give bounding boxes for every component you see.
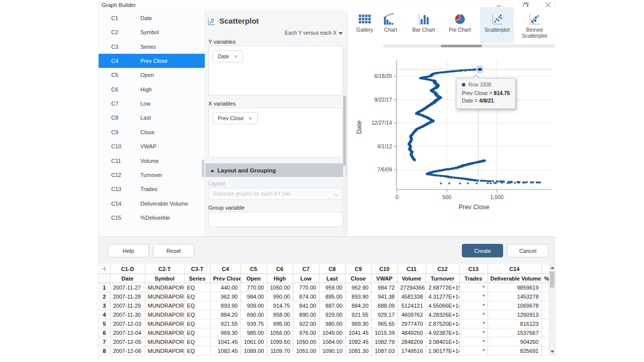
- cell[interactable]: 2007-11-28: [110, 292, 145, 301]
- cell[interactable]: 941.38: [371, 292, 397, 301]
- x-variables-box[interactable]: Prev Close✕: [208, 108, 343, 157]
- column-item-C8[interactable]: C8Last: [99, 111, 205, 125]
- cell[interactable]: 929.17: [371, 310, 397, 319]
- cell[interactable]: [541, 310, 549, 319]
- cell[interactable]: [541, 301, 549, 310]
- cell[interactable]: 3.08401E+14: [426, 337, 459, 346]
- y-variable-chip[interactable]: Date✕: [213, 50, 243, 62]
- cell[interactable]: 962.90: [345, 283, 371, 292]
- column-header-name[interactable]: Turnover: [426, 274, 459, 283]
- gallery-item-binned-scatterplot[interactable]: Binned Scatterplot: [517, 7, 551, 43]
- cell[interactable]: MUNDRAPORT: [145, 310, 184, 319]
- cell[interactable]: MUNDRAPORT: [145, 292, 184, 301]
- cell[interactable]: 1049.00: [319, 328, 345, 337]
- highlighted-point[interactable]: [476, 65, 484, 73]
- cell[interactable]: 893.90: [210, 301, 240, 310]
- column-header-name[interactable]: High: [267, 274, 293, 283]
- cell[interactable]: [541, 328, 549, 337]
- cell[interactable]: EQ: [184, 310, 210, 319]
- column-item-C13[interactable]: C13Trades: [99, 182, 205, 196]
- cell[interactable]: 874.00: [293, 292, 319, 301]
- cell[interactable]: 2007-11-29: [110, 301, 145, 310]
- cell[interactable]: 1051.00: [293, 346, 319, 355]
- cell[interactable]: 888.09: [371, 301, 397, 310]
- cell[interactable]: EQ: [184, 292, 210, 301]
- cell[interactable]: 1082.45: [345, 337, 371, 346]
- column-header-name[interactable]: %D: [541, 274, 549, 283]
- cell[interactable]: 884.20: [345, 301, 371, 310]
- column-item-C10[interactable]: C10VWAP: [99, 139, 205, 153]
- cell[interactable]: 2.87520E+14: [426, 319, 459, 328]
- cell[interactable]: 1069678: [488, 301, 541, 310]
- cell[interactable]: 1050.00: [293, 337, 319, 346]
- cell[interactable]: 976.00: [293, 328, 319, 337]
- reset-button[interactable]: Reset: [153, 244, 194, 257]
- column-header-id[interactable]: C6: [267, 264, 293, 274]
- worksheet-corner[interactable]: [99, 264, 110, 274]
- column-header-name[interactable]: Symbol: [145, 274, 184, 283]
- cell[interactable]: MUNDRAPORT: [145, 319, 184, 328]
- column-item-C9[interactable]: C9Close: [99, 125, 205, 139]
- cell[interactable]: 1041.45: [345, 328, 371, 337]
- cell[interactable]: [541, 283, 549, 292]
- cell[interactable]: [541, 337, 549, 346]
- cell[interactable]: *: [459, 301, 488, 310]
- column-header-id[interactable]: C13: [459, 264, 488, 274]
- column-header-name[interactable]: Low: [293, 274, 319, 283]
- cell[interactable]: 841.00: [293, 301, 319, 310]
- cell[interactable]: *: [459, 337, 488, 346]
- column-item-C12[interactable]: C12Turnover: [99, 168, 205, 182]
- column-header-id[interactable]: C14: [488, 264, 541, 274]
- cell[interactable]: MUNDRAPORT: [145, 328, 184, 337]
- column-item-C14[interactable]: C14Deliverable Volume: [99, 197, 205, 211]
- row-number[interactable]: 3: [99, 301, 110, 310]
- cell[interactable]: 1081.30: [345, 346, 371, 355]
- cell[interactable]: 1.90177E+14: [426, 346, 459, 355]
- cell[interactable]: 1109.70: [267, 346, 293, 355]
- cell[interactable]: EQ: [184, 283, 210, 292]
- cell[interactable]: 893.90: [345, 292, 371, 301]
- cell[interactable]: EQ: [184, 346, 210, 355]
- cell[interactable]: 4.92387E+14: [426, 328, 459, 337]
- column-item-C15[interactable]: C15%Deliverble: [99, 211, 205, 225]
- cell[interactable]: 2.68772E+15: [426, 283, 459, 292]
- cell[interactable]: 4.55066E+14: [426, 301, 459, 310]
- cell[interactable]: 1041.45: [210, 337, 240, 346]
- cell[interactable]: 1260913: [488, 310, 541, 319]
- create-button[interactable]: Create: [462, 244, 503, 257]
- cell[interactable]: *: [459, 283, 488, 292]
- cell[interactable]: 27294366: [397, 283, 426, 292]
- cell[interactable]: 962.90: [210, 292, 240, 301]
- cell[interactable]: 885.00: [319, 292, 345, 301]
- cell[interactable]: 969.30: [210, 328, 240, 337]
- column-header-id[interactable]: C11: [397, 264, 426, 274]
- cell[interactable]: MUNDRAPORT: [145, 283, 184, 292]
- cell[interactable]: 984.72: [371, 283, 397, 292]
- cell[interactable]: 4849250: [397, 328, 426, 337]
- gallery-scrollbar-thumb[interactable]: [441, 45, 482, 47]
- worksheet-corner[interactable]: [99, 274, 110, 283]
- column-header-name[interactable]: Prev Close: [210, 274, 240, 283]
- cell[interactable]: 939.75: [240, 319, 267, 328]
- cell[interactable]: 4609762: [397, 310, 426, 319]
- cell[interactable]: 890.00: [240, 310, 267, 319]
- cell[interactable]: 2848209: [397, 337, 426, 346]
- cell[interactable]: 958.00: [267, 310, 293, 319]
- cell[interactable]: EQ: [184, 301, 210, 310]
- cell[interactable]: 2977470: [397, 319, 426, 328]
- cell[interactable]: 969.30: [345, 319, 371, 328]
- column-item-C3[interactable]: C3Series: [99, 40, 205, 54]
- column-item-C4[interactable]: C4Prev Close: [99, 54, 205, 68]
- builder-scrollbar-thumb[interactable]: [343, 96, 346, 166]
- column-header-id[interactable]: C10: [371, 264, 397, 274]
- column-header-name[interactable]: Close: [345, 274, 371, 283]
- cell[interactable]: 2007-12-03: [110, 319, 145, 328]
- cell[interactable]: 1453278: [488, 292, 541, 301]
- cell[interactable]: 984.00: [240, 292, 267, 301]
- column-header-name[interactable]: Date: [110, 274, 145, 283]
- cell[interactable]: 890.00: [293, 310, 319, 319]
- scroll-up-icon[interactable]: [550, 266, 554, 269]
- help-button[interactable]: Help: [108, 244, 149, 257]
- cell[interactable]: 770.00: [293, 283, 319, 292]
- cell[interactable]: 1537667: [488, 328, 541, 337]
